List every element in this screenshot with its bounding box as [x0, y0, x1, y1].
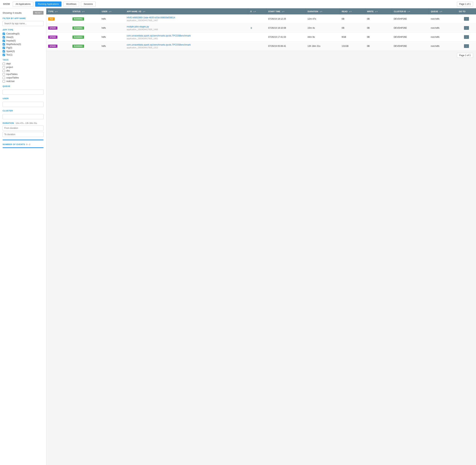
- tag-realuser-checkbox[interactable]: [3, 80, 5, 83]
- app-type-cascading-label: Cascading(0): [6, 32, 20, 35]
- cell-write: 0B: [365, 42, 392, 51]
- app-id-text: application_1563434417605_1461: [127, 37, 246, 40]
- cell-read: 0B: [340, 14, 365, 23]
- content-area: TYPE ▲▼ STATUS ▲▼ USER ▲▼ APP NAME / ID …: [46, 8, 476, 465]
- tag-realuser[interactable]: realUser: [3, 80, 43, 83]
- col-app-name[interactable]: APP NAME / ID ▲▼: [125, 8, 248, 14]
- app-type-mapreduce-checkbox[interactable]: [3, 43, 5, 45]
- sort-duration-icon: ▲▼: [320, 11, 323, 12]
- cell-user: hdfs: [100, 14, 125, 23]
- app-type-spark[interactable]: Spark(3): [3, 50, 43, 53]
- go-to-button[interactable]: →: [464, 44, 469, 48]
- sort-starttime-icon: ▲▼: [281, 11, 284, 12]
- app-name-text[interactable]: HIVE-b6892880-1bde-4835-b33d-08800b65801…: [127, 16, 246, 19]
- app-type-hive-checkbox[interactable]: [3, 36, 5, 39]
- tag-inputtables-checkbox[interactable]: [3, 73, 5, 75]
- queue-input[interactable]: [3, 90, 43, 95]
- user-input[interactable]: [3, 102, 43, 107]
- alert-header-icon: ⚠: [250, 10, 252, 12]
- app-type-tez-checkbox[interactable]: [3, 54, 5, 56]
- app-type-mapreduce[interactable]: MapReduce(0): [3, 43, 43, 45]
- col-go-to[interactable]: GO TO: [457, 8, 476, 14]
- tag-outputtables[interactable]: outputTables: [3, 76, 43, 79]
- tag-dbs-checkbox[interactable]: [3, 70, 5, 72]
- cell-write: 0B: [365, 14, 392, 23]
- filter-app-name-title: FILTER BY APP NAME: [3, 17, 43, 20]
- app-type-hive[interactable]: Hive(0): [3, 36, 43, 39]
- events-range: 0 - 2: [26, 143, 30, 146]
- app-name-text[interactable]: mutiple-jobs-stages.py: [127, 25, 246, 28]
- table-row: SPARK RUNNING hdfs com.unraveldata.spark…: [46, 32, 476, 42]
- col-type[interactable]: TYPE ▲▼: [46, 8, 71, 14]
- duration-slider[interactable]: [3, 140, 43, 140]
- go-to-button[interactable]: →: [464, 17, 469, 21]
- app-type-tez-label: Tez(1): [6, 53, 12, 56]
- cell-queue: root.hdfs: [429, 32, 457, 42]
- tag-project[interactable]: project: [3, 66, 43, 68]
- cell-type: SPARK: [46, 42, 71, 51]
- cell-start-time: 07/26/19 17:41:03: [266, 32, 306, 42]
- app-type-impala[interactable]: Impala(0): [3, 39, 43, 42]
- app-type-mapreduce-label: MapReduce(0): [6, 43, 21, 45]
- table-row: SPARK RUNNING hdfs com.unraveldata.spark…: [46, 42, 476, 51]
- go-to-button[interactable]: →: [464, 26, 469, 30]
- cell-write: 0B: [365, 23, 392, 32]
- pagination-bottom: Page 1 of 1: [46, 51, 476, 60]
- col-cluster-id[interactable]: CLUSTER ID ▲▼: [392, 8, 429, 14]
- events-slider[interactable]: [3, 147, 43, 148]
- col-start-time[interactable]: START TIME ▲▼: [266, 8, 306, 14]
- tab-running-applications[interactable]: Running Applications: [35, 1, 62, 7]
- app-type-cascading[interactable]: Cascading(0): [3, 32, 43, 35]
- app-type-tez[interactable]: Tez(1): [3, 53, 43, 56]
- sort-user-icon: ▲▼: [109, 11, 112, 12]
- cluster-title: CLUSTER: [3, 110, 43, 112]
- col-read[interactable]: READ ▲▼: [340, 8, 365, 14]
- tag-inputtables[interactable]: inputTables: [3, 73, 43, 75]
- app-type-impala-checkbox[interactable]: [3, 40, 5, 42]
- cell-cluster-id: DEVDHP26E: [392, 23, 429, 32]
- tag-project-checkbox[interactable]: [3, 66, 5, 68]
- cell-alert: [248, 42, 266, 51]
- sort-clusterid-icon: ▲▼: [407, 11, 410, 12]
- tag-dept-checkbox[interactable]: [3, 63, 5, 65]
- to-duration-input[interactable]: [3, 132, 43, 137]
- cell-read: 9GB: [340, 32, 365, 42]
- pause-icon: ⏸: [250, 26, 253, 30]
- app-name-text[interactable]: com.unraveldata.spark.sql.benchmarks.tpc…: [127, 43, 246, 46]
- tag-dept[interactable]: dept: [3, 62, 43, 65]
- tag-outputtables-checkbox[interactable]: [3, 77, 5, 79]
- status-badge: RUNNING: [72, 17, 84, 21]
- col-write[interactable]: WRITE ▲▼: [365, 8, 392, 14]
- sort-write-icon: ▲▼: [375, 11, 378, 12]
- sort-status-icon: ▲▼: [82, 11, 85, 12]
- tag-project-label: project: [6, 66, 13, 68]
- search-app-name-input[interactable]: [3, 21, 43, 26]
- status-badge: RUNNING: [72, 45, 84, 48]
- tag-dbs[interactable]: dbs: [3, 69, 43, 72]
- col-duration[interactable]: DURATION ▲▼: [306, 8, 340, 14]
- app-id-text: application_1563434417605_1466: [127, 28, 246, 31]
- app-name-text[interactable]: com.unraveldata.spark.sql.benchmarks.tpc…: [127, 34, 246, 37]
- cell-alert: ⏸: [248, 23, 266, 32]
- cell-go-to: →: [457, 32, 476, 42]
- from-duration-input[interactable]: [3, 126, 43, 131]
- table-row: TEZ RUNNING hdfs HIVE-b6892880-1bde-4835…: [46, 14, 476, 23]
- app-type-cascading-checkbox[interactable]: [3, 32, 5, 35]
- cell-user: hdfs: [100, 32, 125, 42]
- app-type-pig[interactable]: Pig(0): [3, 46, 43, 49]
- tab-sessions[interactable]: Sessions: [81, 1, 96, 7]
- tab-workflows[interactable]: Workflows: [63, 1, 79, 7]
- tab-all-applications[interactable]: All Applications: [13, 1, 33, 7]
- reset-button[interactable]: RESET: [33, 11, 43, 15]
- app-type-pig-checkbox[interactable]: [3, 47, 5, 49]
- go-to-button[interactable]: →: [464, 35, 469, 39]
- col-queue[interactable]: QUEUE ▲▼: [429, 8, 457, 14]
- cell-user: hdfs: [100, 23, 125, 32]
- cell-app-name: HIVE-b6892880-1bde-4835-b33d-08800b65801…: [125, 14, 248, 23]
- col-status[interactable]: STATUS ▲▼: [71, 8, 100, 14]
- col-user[interactable]: USER ▲▼: [100, 8, 125, 14]
- app-type-spark-checkbox[interactable]: [3, 50, 5, 53]
- cluster-input[interactable]: [3, 114, 43, 119]
- col-alert[interactable]: ⚠ ▲▼: [248, 8, 266, 14]
- cell-read: 131GB: [340, 42, 365, 51]
